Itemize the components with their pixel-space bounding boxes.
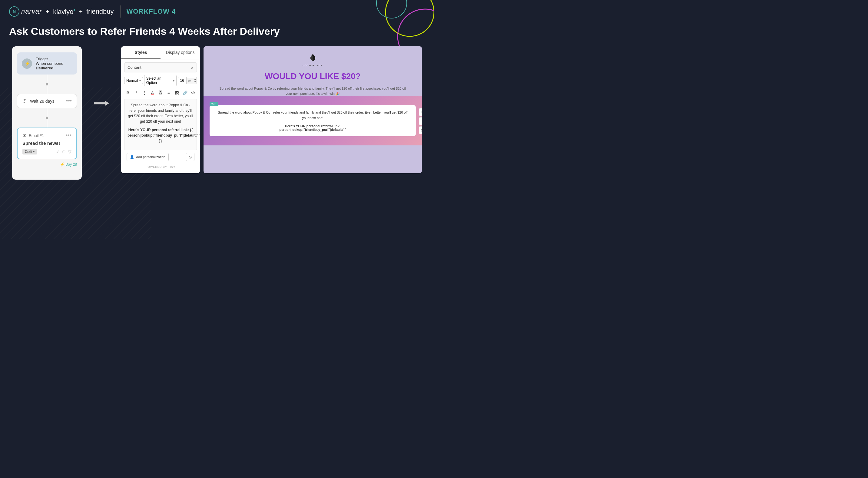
- workflow-badge: WORKFLOW 4: [127, 7, 176, 16]
- email-icon: ✉: [23, 133, 26, 139]
- font-option-chevron: ▾: [173, 79, 175, 82]
- plus-klaviyo: +: [45, 7, 50, 16]
- image-button[interactable]: 🖼: [173, 89, 181, 97]
- trigger-desc: When someone Delivered .: [36, 61, 72, 70]
- editor-tabs: Styles Display options: [121, 46, 200, 59]
- connector-dot-1: [46, 83, 48, 85]
- narvar-logo: N narvar: [9, 6, 42, 17]
- tab-display-options[interactable]: Display options: [160, 46, 200, 59]
- header: N narvar + klaviyo▪ + friendbuy WORKFLOW…: [0, 0, 434, 23]
- trigger-prefix: When someone: [36, 61, 63, 66]
- code-button[interactable]: </>: [189, 89, 197, 97]
- main-content: ⚡ Trigger When someone Delivered . ⏱ Wai…: [0, 46, 434, 180]
- email-header: ✉ Email #1 •••: [23, 132, 71, 139]
- content-section: Content ∧ Normal ▾ Select an Option ▾: [121, 59, 200, 173]
- text-color-button[interactable]: A: [149, 89, 156, 97]
- font-size-down[interactable]: ▼: [193, 81, 197, 84]
- klaviyo-text: klaviyo▪: [53, 7, 75, 16]
- font-size-control[interactable]: 16 px ▲ ▼: [178, 77, 197, 84]
- connector-dot-2: [46, 117, 48, 119]
- trigger-label: Trigger: [36, 57, 72, 61]
- format-row: Normal ▾ Select an Option ▾ 16 px ▲: [124, 75, 197, 86]
- content-header[interactable]: Content ∧: [124, 62, 197, 72]
- trigger-text: Trigger When someone Delivered .: [36, 57, 72, 70]
- narvar-text: narvar: [21, 7, 42, 16]
- preview-subtitle: Spread the word about Poppy & Co by refe…: [210, 86, 416, 96]
- preview-top: LOGO PLACE WOULD YOU LIKE $20? Spread th…: [204, 46, 422, 96]
- italic-button[interactable]: I: [132, 89, 140, 97]
- connector-line-3: [46, 108, 47, 117]
- font-style-chevron: ▾: [139, 79, 141, 82]
- copy-action[interactable]: ⧉: [419, 108, 422, 116]
- content-chevron-icon: ∧: [191, 65, 193, 70]
- editor-footer: 👤 Add personalization ☺: [124, 150, 197, 163]
- day-value: Day 28: [65, 162, 77, 167]
- wait-left: ⏱ Wait 28 days: [22, 98, 54, 104]
- plus-friendbuy: +: [79, 7, 83, 16]
- day-label: ⚡ Day 28: [17, 162, 77, 167]
- align-button[interactable]: ≡: [165, 89, 172, 97]
- trigger-icon: ⚡: [22, 58, 32, 69]
- editor-body-text: Spread the word about Poppy & Co - refer…: [127, 102, 193, 124]
- trigger-bold: Delivered: [36, 66, 54, 70]
- page-title: Ask Customers to Refer Friends 4 Weeks A…: [0, 23, 434, 43]
- clock-icon: ⏱: [22, 98, 27, 104]
- email-number: Email #1: [29, 133, 44, 138]
- draft-badge[interactable]: Draft ▾: [23, 149, 37, 154]
- preview-referral-heading: Here's YOUR personal referral link:: [214, 124, 411, 128]
- preview-referral-code: person|lookup:"friendbuy_purl"|default:"…: [214, 128, 411, 131]
- text-color-label: A: [151, 91, 154, 95]
- delete-action[interactable]: 🗑: [419, 126, 422, 134]
- email-more-button[interactable]: •••: [66, 132, 71, 139]
- person-icon: 👤: [130, 155, 134, 159]
- logo-svg: [307, 52, 319, 64]
- email-pause-icon: ⊙: [62, 149, 66, 154]
- bold-button[interactable]: B: [124, 89, 132, 97]
- wait-more-button[interactable]: •••: [66, 98, 72, 104]
- tab-styles[interactable]: Styles: [121, 46, 160, 59]
- star-action[interactable]: ☆: [419, 117, 422, 125]
- email-footer: Draft ▾ ✓ ⊙ ▽: [23, 149, 71, 154]
- connector-line-1: [46, 74, 47, 83]
- preview-text-box: Text ⧉ ☆ 🗑 Spread the word about Poppy &…: [210, 105, 416, 136]
- email-card[interactable]: ✉ Email #1 ••• Spread the news! Draft ▾ …: [17, 127, 77, 159]
- preview-body-text: Spread the word about Poppy & Co - refer…: [214, 110, 411, 121]
- link-button[interactable]: 🔗: [181, 89, 189, 97]
- trigger-suffix: .: [55, 66, 56, 70]
- editor-referral-heading: Here's YOUR personal referral link: {{ p…: [127, 127, 193, 144]
- content-label: Content: [127, 65, 142, 70]
- logo-area: N narvar + klaviyo▪ + friendbuy: [9, 6, 114, 17]
- editor-content-area[interactable]: Spread the word about Poppy & Co - refer…: [124, 99, 197, 150]
- email-actions: ✓ ⊙ ▽: [56, 149, 71, 154]
- font-size-up[interactable]: ▲: [193, 78, 197, 81]
- preview-headline: WOULD YOU LIKE $20?: [210, 71, 416, 81]
- more-button[interactable]: ⋮: [141, 89, 148, 97]
- text-bg-button[interactable]: A: [157, 89, 164, 97]
- lightning-icon: ⚡: [60, 162, 65, 167]
- connector-line-4: [46, 119, 47, 127]
- font-size-value: 16: [178, 77, 187, 84]
- email-header-left: ✉ Email #1: [23, 133, 44, 139]
- preview-gradient-section: Text ⧉ ☆ 🗑 Spread the word about Poppy &…: [204, 96, 422, 145]
- font-style-label: Normal: [126, 79, 138, 83]
- logo-icon: LOGO PLACE: [303, 52, 322, 67]
- editor-container: Styles Display options Content ∧ Normal …: [121, 46, 422, 173]
- text-box-actions: ⧉ ☆ 🗑: [419, 108, 422, 134]
- editor-panel: Styles Display options Content ∧ Normal …: [121, 46, 200, 173]
- font-option-select[interactable]: Select an Option ▾: [144, 75, 177, 86]
- connector-line-2: [46, 85, 47, 94]
- email-preview-panel: LOGO PLACE WOULD YOU LIKE $20? Spread th…: [204, 46, 422, 173]
- font-size-arrows[interactable]: ▲ ▼: [193, 78, 197, 84]
- font-style-select[interactable]: Normal ▾: [124, 77, 143, 84]
- add-personalization-label: Add personalization: [136, 155, 165, 159]
- arrow-container: [94, 101, 109, 106]
- font-option-label: Select an Option: [146, 76, 172, 85]
- wait-label: Wait 28 days: [30, 99, 54, 103]
- draft-label: Draft: [25, 150, 32, 153]
- wait-card[interactable]: ⏱ Wait 28 days •••: [17, 94, 77, 108]
- email-check-icon: ✓: [56, 149, 60, 154]
- workflow-panel: ⚡ Trigger When someone Delivered . ⏱ Wai…: [12, 46, 82, 180]
- emoji-button[interactable]: ☺: [186, 153, 194, 161]
- font-size-unit: px: [187, 78, 193, 84]
- add-personalization-button[interactable]: 👤 Add personalization: [127, 153, 169, 161]
